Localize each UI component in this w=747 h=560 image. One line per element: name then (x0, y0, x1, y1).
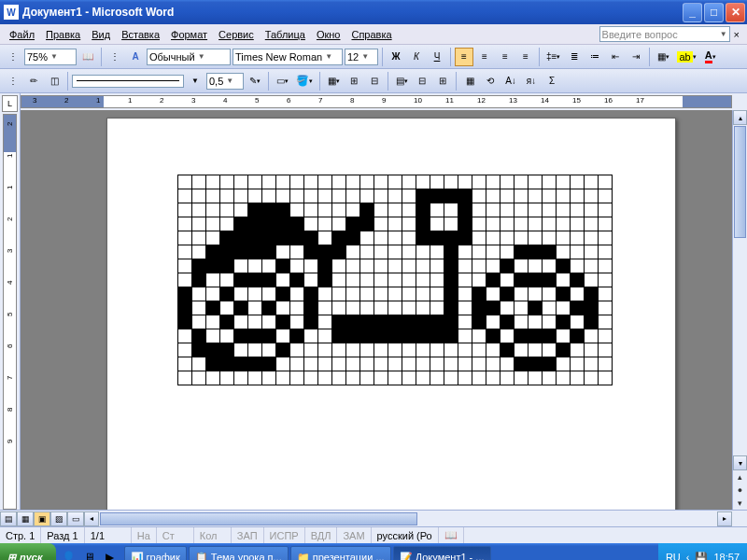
ql-msn-icon[interactable]: 👤 (60, 548, 78, 560)
pixel-cell[interactable] (458, 273, 472, 287)
pixel-cell[interactable] (500, 315, 514, 329)
pixel-cell[interactable] (402, 245, 416, 259)
pixel-cell[interactable] (486, 245, 500, 259)
pixel-cell[interactable] (220, 217, 234, 231)
pixel-cell[interactable] (388, 357, 402, 371)
pixel-cell[interactable] (514, 273, 529, 287)
pixel-cell[interactable] (444, 259, 458, 273)
pixel-cell[interactable] (500, 189, 514, 203)
pixel-cell[interactable] (430, 287, 444, 301)
pixel-cell[interactable] (388, 329, 402, 343)
pixel-cell[interactable] (430, 273, 444, 287)
sort-desc-button[interactable]: я↓ (522, 72, 541, 91)
pixel-cell[interactable] (571, 287, 585, 301)
draw-table-button[interactable]: ✏ (24, 72, 43, 91)
pixel-cell[interactable] (514, 287, 529, 301)
pixel-cell[interactable] (529, 329, 543, 343)
pixel-cell[interactable] (360, 231, 374, 245)
status-spellcheck-icon[interactable]: 📖 (439, 527, 464, 543)
pixel-cell[interactable] (388, 343, 402, 357)
pixel-cell[interactable] (571, 371, 585, 385)
pixel-cell[interactable] (529, 259, 543, 273)
pixel-cell[interactable] (529, 245, 543, 259)
pixel-cell[interactable] (486, 203, 500, 217)
scroll-right-button[interactable]: ▸ (717, 511, 732, 526)
text-direction-button[interactable]: ⟲ (481, 72, 500, 91)
pixel-cell[interactable] (486, 259, 500, 273)
pixel-cell[interactable] (276, 371, 290, 385)
pixel-cell[interactable] (206, 273, 220, 287)
pixel-cell[interactable] (234, 287, 248, 301)
pixel-cell[interactable] (206, 231, 220, 245)
pixel-cell[interactable] (290, 301, 304, 315)
pixel-cell[interactable] (206, 301, 220, 315)
pixel-cell[interactable] (220, 315, 234, 329)
bulleted-list-button[interactable]: ≔ (585, 48, 604, 66)
pixel-cell[interactable] (388, 231, 402, 245)
pixel-cell[interactable] (234, 175, 248, 189)
pixel-cell[interactable] (557, 273, 571, 287)
pixel-cell[interactable] (290, 357, 304, 371)
pixel-cell[interactable] (402, 287, 416, 301)
pixel-cell[interactable] (571, 189, 585, 203)
autoformat-button[interactable]: ▦ (460, 72, 479, 91)
normal-view-button[interactable]: ▤ (0, 511, 17, 526)
pixel-cell[interactable] (430, 371, 444, 385)
pixel-cell[interactable] (234, 217, 248, 231)
pixel-cell[interactable] (416, 315, 430, 329)
pixel-cell[interactable] (500, 231, 514, 245)
pixel-cell[interactable] (388, 273, 402, 287)
pixel-cell[interactable] (458, 217, 472, 231)
pixel-cell[interactable] (346, 329, 360, 343)
pixel-cell[interactable] (458, 245, 472, 259)
pixel-cell[interactable] (444, 189, 458, 203)
pixel-cell[interactable] (571, 217, 585, 231)
align-center-button[interactable]: ≡ (475, 48, 494, 66)
ql-player-icon[interactable]: ▶ (101, 548, 120, 560)
pixel-cell[interactable] (543, 329, 557, 343)
pixel-cell[interactable] (332, 301, 346, 315)
pixel-cell[interactable] (178, 343, 192, 357)
pixel-cell[interactable] (571, 259, 585, 273)
pixel-cell[interactable] (444, 301, 458, 315)
pixel-cell[interactable] (599, 273, 613, 287)
horizontal-scrollbar[interactable]: ◂ ▸ (84, 511, 732, 526)
pixel-cell[interactable] (220, 231, 234, 245)
pixel-cell[interactable] (304, 329, 318, 343)
pixel-cell[interactable] (248, 343, 262, 357)
align-cell-button[interactable]: ▤▾ (392, 72, 411, 91)
pixel-cell[interactable] (318, 357, 332, 371)
pixel-cell[interactable] (557, 343, 571, 357)
pixel-cell[interactable] (599, 245, 613, 259)
pixel-cell[interactable] (332, 329, 346, 343)
pixel-cell[interactable] (248, 371, 262, 385)
horizontal-ruler[interactable]: 3211234567891011121314151617 (21, 95, 732, 108)
pixel-cell[interactable] (543, 189, 557, 203)
toolbar-grip-2[interactable]: ⋮ (106, 48, 124, 66)
underline-button[interactable]: Ч (428, 48, 446, 66)
menu-format[interactable]: Формат (165, 27, 213, 42)
pixel-cell[interactable] (472, 315, 486, 329)
pixel-cell[interactable] (220, 371, 234, 385)
pixel-cell[interactable] (332, 231, 346, 245)
pixel-cell[interactable] (290, 343, 304, 357)
pixel-cell[interactable] (571, 175, 585, 189)
pixel-cell[interactable] (248, 315, 262, 329)
pixel-cell[interactable] (557, 189, 571, 203)
pixel-cell[interactable] (360, 217, 374, 231)
pixel-cell[interactable] (444, 217, 458, 231)
pixel-cell[interactable] (318, 259, 332, 273)
resize-grip[interactable] (732, 511, 747, 526)
pixel-cell[interactable] (402, 343, 416, 357)
pixel-cell[interactable] (248, 329, 262, 343)
pixel-cell[interactable] (388, 203, 402, 217)
pixel-cell[interactable] (585, 175, 599, 189)
pixel-cell[interactable] (192, 217, 206, 231)
pixel-cell[interactable] (543, 357, 557, 371)
pixel-cell[interactable] (220, 259, 234, 273)
pixel-cell[interactable] (374, 189, 388, 203)
pixel-cell[interactable] (178, 287, 192, 301)
pixel-cell[interactable] (599, 217, 613, 231)
pixel-cell[interactable] (571, 231, 585, 245)
pixel-cell[interactable] (486, 287, 500, 301)
